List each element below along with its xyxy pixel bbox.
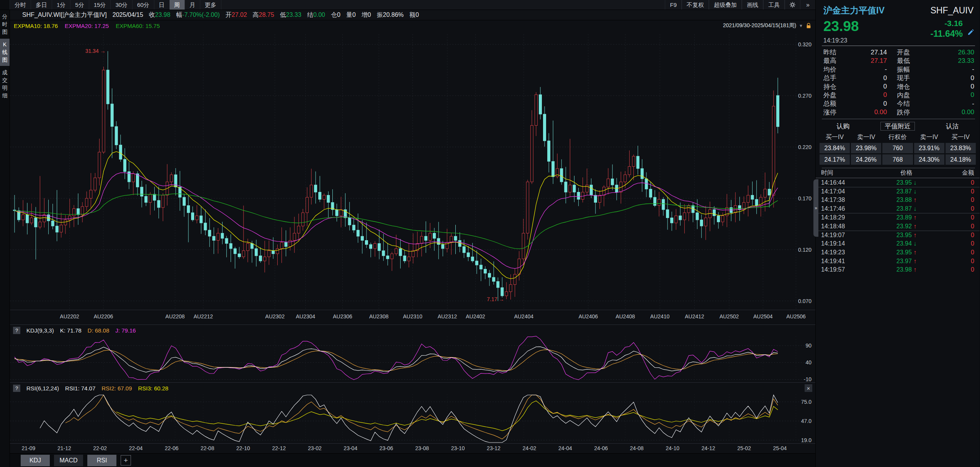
info-field-label: 低 <box>280 11 286 18</box>
rail-tab-K线图[interactable]: K线图 <box>0 39 10 66</box>
tick-price-value: 23.98 <box>897 266 912 273</box>
tick-row[interactable]: 14:19:4123.97 ↑0 <box>816 257 980 265</box>
indicator-tab-RSI[interactable]: RSI <box>87 455 116 466</box>
svg-text:AU2308: AU2308 <box>369 313 389 320</box>
indicator-tab-MACD[interactable]: MACD <box>54 455 83 466</box>
info-field-value: 0 <box>416 11 419 18</box>
gear-icon[interactable] <box>785 0 800 10</box>
tick-row[interactable]: 14:19:5723.98 ↑0 <box>816 265 980 274</box>
edit-icon[interactable] <box>966 27 976 37</box>
svg-text:75.0: 75.0 <box>801 399 811 405</box>
info-field-幅: 幅-7.70%(-2.00) <box>176 11 220 19</box>
tick-row[interactable]: 14:18:4823.92 ↑0 <box>816 222 980 231</box>
panel-collapse-handle[interactable]: » <box>813 179 818 237</box>
option-cell[interactable]: 23.91% <box>914 143 944 153</box>
option-cell[interactable]: 23.83% <box>946 143 976 153</box>
tick-amount: 0 <box>949 179 974 186</box>
arrow-down-icon: ↓ <box>912 205 916 212</box>
indicator-tab-KDJ[interactable]: KDJ <box>21 455 50 466</box>
menu-item-超级叠加[interactable]: 超级叠加 <box>709 0 742 10</box>
visible-range-control[interactable]: 2021/09/30-2025/04/15(181周) ▼ <box>723 22 811 29</box>
add-indicator-button[interactable]: + <box>121 455 131 465</box>
option-col-header: 卖一IV <box>914 133 944 142</box>
tick-row[interactable]: 14:18:2923.89 ↑0 <box>816 213 980 222</box>
candlestick-chart[interactable]: 0.3200.2700.2200.1700.1200.070AU2202AU22… <box>10 31 815 324</box>
expand-menu-icon[interactable]: » <box>800 0 815 10</box>
period-tab-1分[interactable]: 1分 <box>52 0 70 10</box>
unlock-icon[interactable] <box>806 23 811 29</box>
svg-text:0.220: 0.220 <box>798 144 811 150</box>
option-cell[interactable]: 23.84% <box>820 143 850 153</box>
menu-item-画线[interactable]: 画线 <box>742 0 763 10</box>
close-icon[interactable]: × <box>805 384 812 392</box>
option-group-认沽[interactable]: 认沽 <box>925 122 980 131</box>
period-tab-30分[interactable]: 30分 <box>111 0 133 10</box>
tick-amount: 0 <box>949 240 974 247</box>
option-group-平值附近[interactable]: 平值附近 <box>870 122 925 131</box>
expma-labels: EXPMA10: 18.76EXPMA20: 17.25EXPMA60: 15.… <box>14 23 160 29</box>
kdj-chart[interactable]: 9040-10 <box>10 336 815 382</box>
tick-row[interactable]: 14:17:0423.87 ↓0 <box>816 187 980 196</box>
menubar-corner <box>0 0 10 10</box>
period-tab-周[interactable]: 周 <box>170 0 185 10</box>
tick-price: 23.87 ↓ <box>864 205 949 212</box>
rail-tab-分时图[interactable]: 分时图 <box>0 11 10 38</box>
tick-row[interactable]: 14:16:4423.95 ↓0 <box>816 178 980 187</box>
tick-price: 23.87 ↓ <box>864 188 949 195</box>
tick-time: 14:19:57 <box>821 266 864 273</box>
option-cell[interactable]: 760 <box>882 143 913 153</box>
time-axis-label: 24-08 <box>630 445 644 451</box>
period-tab-15分[interactable]: 15分 <box>89 0 111 10</box>
detail-label-昨结: 昨结 <box>823 48 849 57</box>
period-tab-更多[interactable]: 更多 <box>200 0 221 10</box>
info-field-label: 量 <box>346 11 352 18</box>
tick-row[interactable]: 14:19:1423.94 ↓0 <box>816 239 980 248</box>
period-tab-分时[interactable]: 分时 <box>10 0 31 10</box>
period-tab-5分[interactable]: 5分 <box>70 0 89 10</box>
kdj-j-value: J: 79.16 <box>115 327 136 334</box>
svg-text:AU2402: AU2402 <box>466 313 485 320</box>
rsi-lines <box>40 395 778 442</box>
info-field-value: 23.98 <box>155 11 170 18</box>
rail-tab-成交明细[interactable]: 成交明细 <box>0 67 10 102</box>
detail-label-跌停: 跌停 <box>897 108 926 117</box>
info-field-label: 仓 <box>331 11 337 18</box>
tick-row[interactable]: 14:17:3823.88 ↑0 <box>816 196 980 205</box>
tick-time: 14:18:29 <box>821 214 864 221</box>
quote-time: 14:19:23 <box>816 37 980 46</box>
bar-date: 2025/04/15 <box>113 11 143 18</box>
menu-item-不复权[interactable]: 不复权 <box>682 0 709 10</box>
help-icon[interactable]: ? <box>13 385 20 392</box>
info-field-低: 低23.33 <box>280 11 301 19</box>
time-axis-label: 23-02 <box>308 445 322 451</box>
help-icon[interactable]: ? <box>13 327 20 334</box>
menu-item-工具[interactable]: 工具 <box>763 0 785 10</box>
option-cell[interactable]: 24.18% <box>946 154 976 165</box>
svg-text:AU2502: AU2502 <box>720 313 739 320</box>
option-cell[interactable]: 768 <box>882 154 913 165</box>
option-cell[interactable]: 23.98% <box>851 143 881 153</box>
option-cell[interactable]: 24.26% <box>851 154 881 165</box>
info-field-额: 额0 <box>409 11 419 19</box>
quote-detail-row: 涨停0.00跌停0.00 <box>823 108 974 116</box>
ticks-list[interactable]: 14:16:4423.95 ↓014:17:0423.87 ↓014:17:38… <box>816 178 980 274</box>
tick-row[interactable]: 14:17:4623.87 ↓0 <box>816 205 980 213</box>
period-tab-60分[interactable]: 60分 <box>133 0 154 10</box>
period-tab-日[interactable]: 日 <box>154 0 170 10</box>
time-axis-label: 23-10 <box>451 445 465 451</box>
menu-item-F9[interactable]: F9 <box>665 0 682 10</box>
chevron-down-icon[interactable]: ▼ <box>799 23 803 28</box>
rsi-title: RSI(6,12,24) <box>26 385 59 392</box>
svg-text:0.070: 0.070 <box>798 298 811 304</box>
option-cell[interactable]: 24.30% <box>914 154 944 165</box>
tick-price: 23.95 ↑ <box>864 249 949 256</box>
option-cell[interactable]: 24.17% <box>820 154 850 165</box>
rsi-chart[interactable]: 75.047.019.0 <box>10 393 815 443</box>
tick-row[interactable]: 14:19:2323.95 ↑0 <box>816 248 980 257</box>
period-tab-多日[interactable]: 多日 <box>31 0 52 10</box>
tick-row[interactable]: 14:19:0723.95 ↑0 <box>816 231 980 239</box>
period-tab-月[interactable]: 月 <box>185 0 200 10</box>
info-field-label: 结 <box>307 11 313 18</box>
option-group-认购[interactable]: 认购 <box>816 122 870 131</box>
max-value-marker: 31.34 → <box>85 48 106 54</box>
